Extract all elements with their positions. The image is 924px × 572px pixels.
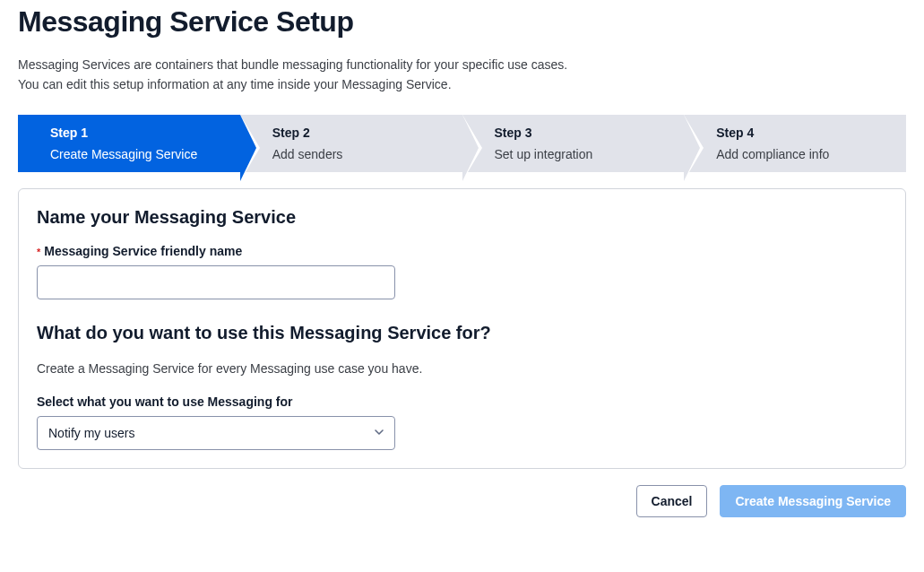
purpose-section-title: What do you want to use this Messaging S… bbox=[37, 323, 887, 343]
step-label: Set up integration bbox=[495, 147, 667, 161]
step-2-add-senders[interactable]: Step 2 Add senders bbox=[240, 115, 462, 172]
step-3-set-up-integration[interactable]: Step 3 Set up integration bbox=[462, 115, 685, 172]
required-indicator-icon: * bbox=[37, 247, 40, 257]
step-label: Create Messaging Service bbox=[50, 147, 222, 161]
setup-card: Name your Messaging Service *Messaging S… bbox=[18, 188, 906, 469]
step-1-create-service[interactable]: Step 1 Create Messaging Service bbox=[18, 115, 240, 172]
friendly-name-input[interactable] bbox=[37, 265, 395, 299]
name-section-title: Name your Messaging Service bbox=[37, 207, 887, 228]
step-number: Step 2 bbox=[272, 126, 445, 140]
friendly-name-label-text: Messaging Service friendly name bbox=[44, 244, 242, 258]
step-number: Step 1 bbox=[50, 126, 222, 140]
description-line-1: Messaging Services are containers that b… bbox=[18, 55, 906, 74]
purpose-select[interactable]: Notify my users bbox=[37, 416, 395, 450]
page-description: Messaging Services are containers that b… bbox=[18, 55, 906, 95]
cancel-button[interactable]: Cancel bbox=[636, 485, 708, 517]
footer-actions: Cancel Create Messaging Service bbox=[18, 485, 906, 517]
step-4-add-compliance-info[interactable]: Step 4 Add compliance info bbox=[684, 115, 906, 172]
description-line-2: You can edit this setup information at a… bbox=[18, 74, 906, 94]
setup-stepper: Step 1 Create Messaging Service Step 2 A… bbox=[18, 115, 906, 172]
friendly-name-label: *Messaging Service friendly name bbox=[37, 244, 887, 258]
purpose-help-text: Create a Messaging Service for every Mes… bbox=[37, 360, 887, 378]
purpose-select-wrapper: Notify my users bbox=[37, 416, 395, 450]
purpose-select-label: Select what you want to use Messaging fo… bbox=[37, 394, 887, 409]
page-title: Messaging Service Setup bbox=[18, 5, 906, 39]
step-number: Step 3 bbox=[495, 126, 667, 140]
step-label: Add senders bbox=[272, 147, 445, 161]
step-label: Add compliance info bbox=[716, 147, 888, 161]
step-number: Step 4 bbox=[716, 126, 888, 140]
create-messaging-service-button[interactable]: Create Messaging Service bbox=[720, 485, 906, 517]
